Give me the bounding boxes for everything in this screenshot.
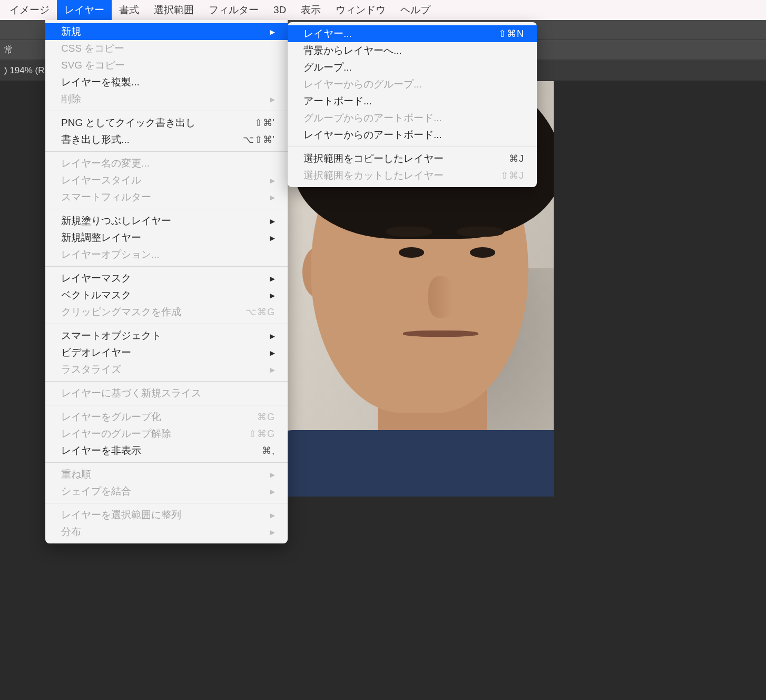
submenu-arrow-icon: ▶ [270, 217, 275, 225]
layer-menu-item-3-0[interactable]: 新規塗りつぶしレイヤー▶ [45, 212, 288, 229]
menu-item-label: 新規 [61, 25, 249, 38]
layer-menu-item-5-1[interactable]: ビデオレイヤー▶ [45, 344, 288, 361]
layer-menu-item-3-1[interactable]: 新規調整レイヤー▶ [45, 229, 288, 246]
menu-separator [45, 324, 288, 324]
menu-item-shortcut: ⌥⇧⌘' [243, 134, 275, 145]
menu-item-label: 書き出し形式... [61, 133, 222, 147]
menu-7[interactable]: ウィンドウ [328, 0, 393, 20]
menu-item-shortcut: ⌘J [509, 153, 524, 164]
layer-menu-item-5-0[interactable]: スマートオブジェクト▶ [45, 327, 288, 344]
menu-item-label: 新規調整レイヤー [61, 231, 249, 245]
menu-6[interactable]: 表示 [293, 0, 328, 20]
new-submenu[interactable]: レイヤー...⇧⌘N背景からレイヤーへ...グループ...レイヤーからのグループ… [288, 22, 537, 187]
submenu-arrow-icon: ▶ [270, 291, 275, 299]
layer-menu-item-0-0[interactable]: 新規▶ [45, 23, 288, 40]
layer-menu-item-0-2: SVG をコピー [45, 57, 288, 74]
new-submenu-item-0-1[interactable]: 背景からレイヤーへ... [288, 42, 537, 59]
new-submenu-item-0-0[interactable]: レイヤー...⇧⌘N [288, 25, 537, 42]
menu-item-label: 分布 [61, 525, 249, 539]
new-submenu-item-0-2[interactable]: グループ... [288, 59, 537, 76]
menu-item-label: レイヤーを複製... [61, 75, 275, 89]
submenu-arrow-icon: ▶ [270, 366, 275, 374]
menu-item-shortcut: ⇧⌘' [254, 117, 275, 129]
menu-item-label: スマートフィルター [61, 190, 249, 204]
layer-menu-item-5-2: ラスタライズ▶ [45, 361, 288, 378]
new-submenu-item-1-0[interactable]: 選択範囲をコピーしたレイヤー⌘J [288, 150, 537, 167]
new-submenu-item-0-4[interactable]: アートボード... [288, 93, 537, 110]
menu-separator [45, 151, 288, 152]
layer-menu-item-1-0[interactable]: PNG としてクイック書き出し⇧⌘' [45, 114, 288, 131]
menu-item-label: シェイプを結合 [61, 484, 249, 498]
menu-item-label: レイヤー... [303, 27, 477, 41]
layer-menu-item-4-0[interactable]: レイヤーマスク▶ [45, 270, 288, 287]
submenu-arrow-icon: ▶ [270, 511, 275, 519]
submenu-arrow-icon: ▶ [270, 177, 275, 184]
menu-separator [45, 111, 288, 111]
layer-menu-item-4-1[interactable]: ベクトルマスク▶ [45, 287, 288, 304]
menu-5[interactable]: 3D [266, 1, 293, 19]
menu-8[interactable]: ヘルプ [393, 0, 438, 20]
menubar: イメージレイヤー書式選択範囲フィルター3D表示ウィンドウヘルプ [0, 0, 766, 20]
menu-separator [45, 462, 288, 463]
menu-item-shortcut: ⌥⌘G [245, 306, 275, 318]
menu-separator [45, 266, 288, 267]
submenu-arrow-icon: ▶ [270, 349, 275, 357]
menu-item-label: レイヤーオプション... [61, 248, 275, 261]
submenu-arrow-icon: ▶ [270, 488, 275, 495]
layer-menu-item-0-3[interactable]: レイヤーを複製... [45, 74, 288, 91]
submenu-arrow-icon: ▶ [270, 193, 275, 201]
layer-menu-item-0-1: CSS をコピー [45, 40, 288, 57]
menu-item-label: 重ね順 [61, 468, 249, 481]
menu-item-label: アートボード... [303, 94, 524, 108]
menu-separator [288, 147, 537, 147]
menu-1[interactable]: レイヤー [57, 0, 112, 20]
menu-item-label: グループ... [303, 61, 524, 74]
menu-item-label: SVG をコピー [61, 59, 275, 72]
menu-3[interactable]: 選択範囲 [146, 0, 201, 20]
menu-separator [45, 209, 288, 209]
menu-item-label: クリッピングマスクを作成 [61, 305, 224, 319]
menu-item-label: CSS をコピー [61, 42, 275, 55]
submenu-arrow-icon: ▶ [270, 95, 275, 103]
new-submenu-item-1-1: 選択範囲をカットしたレイヤー⇧⌘J [288, 167, 537, 184]
menu-item-label: レイヤーを選択範囲に整列 [61, 508, 249, 522]
layer-menu-item-7-0: レイヤーをグループ化⌘G [45, 409, 288, 425]
layer-menu-item-8-0: 重ね順▶ [45, 466, 288, 483]
layer-menu-item-7-1: レイヤーのグループ解除⇧⌘G [45, 425, 288, 442]
layer-menu-item-2-1: レイヤースタイル▶ [45, 172, 288, 189]
menu-item-label: レイヤーからのアートボード... [303, 128, 524, 142]
menu-item-label: ビデオレイヤー [61, 346, 249, 359]
menu-item-shortcut: ⌘, [262, 445, 275, 456]
menu-item-shortcut: ⇧⌘N [498, 28, 524, 40]
layer-menu-item-8-1: シェイプを結合▶ [45, 483, 288, 500]
menu-item-label: レイヤーからのグループ... [303, 77, 524, 91]
submenu-arrow-icon: ▶ [270, 332, 275, 340]
layer-menu-item-1-1[interactable]: 書き出し形式...⌥⇧⌘' [45, 131, 288, 148]
menu-item-label: 選択範囲をカットしたレイヤー [303, 169, 479, 182]
layer-menu-item-2-2: スマートフィルター▶ [45, 189, 288, 206]
new-submenu-item-0-3: レイヤーからのグループ... [288, 76, 537, 93]
menu-0[interactable]: イメージ [2, 0, 57, 20]
menu-item-label: レイヤーをグループ化 [61, 410, 236, 424]
menu-2[interactable]: 書式 [112, 0, 146, 20]
menu-item-label: 削除 [61, 92, 249, 106]
layer-menu-dropdown[interactable]: 新規▶CSS をコピーSVG をコピーレイヤーを複製...削除▶PNG としてク… [45, 20, 288, 543]
submenu-arrow-icon: ▶ [270, 471, 275, 479]
layer-menu-item-9-0: レイヤーを選択範囲に整列▶ [45, 507, 288, 523]
menu-item-label: 背景からレイヤーへ... [303, 44, 524, 57]
menu-separator [45, 503, 288, 503]
menu-4[interactable]: フィルター [201, 0, 266, 20]
menu-item-label: レイヤーに基づく新規スライス [61, 386, 275, 400]
menu-item-label: 選択範囲をコピーしたレイヤー [303, 152, 488, 166]
layer-menu-item-7-2[interactable]: レイヤーを非表示⌘, [45, 442, 288, 459]
layer-menu-item-6-0: レイヤーに基づく新規スライス [45, 385, 288, 402]
menu-item-shortcut: ⌘G [257, 411, 275, 423]
layer-menu-item-4-2: クリッピングマスクを作成⌥⌘G [45, 304, 288, 320]
menu-separator [45, 405, 288, 405]
layer-menu-item-3-2: レイヤーオプション... [45, 246, 288, 263]
menu-item-shortcut: ⇧⌘G [249, 428, 275, 440]
menu-item-label: スマートオブジェクト [61, 329, 249, 343]
new-submenu-item-0-6[interactable]: レイヤーからのアートボード... [288, 127, 537, 143]
menu-item-label: ベクトルマスク [61, 288, 249, 302]
submenu-arrow-icon: ▶ [270, 528, 275, 536]
